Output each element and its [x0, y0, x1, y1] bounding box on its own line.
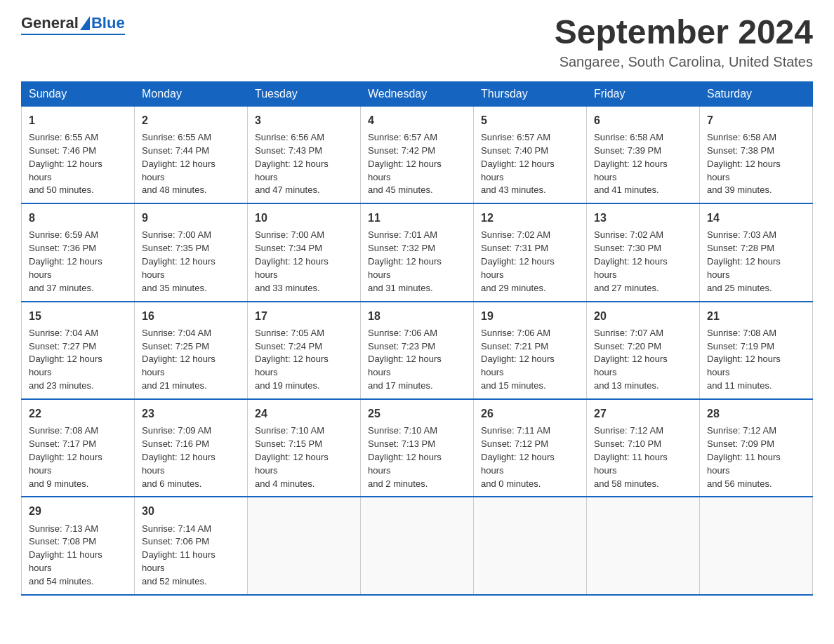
daylight-text: Daylight: 12 hours hours	[368, 452, 442, 476]
table-row: 28 Sunrise: 7:12 AM Sunset: 7:09 PM Dayl…	[700, 399, 813, 497]
day-number: 29	[29, 503, 127, 519]
calendar-table: Sunday Monday Tuesday Wednesday Thursday…	[21, 81, 813, 596]
daylight-minutes-text: and 17 minutes.	[368, 380, 433, 391]
daylight-minutes-text: and 23 minutes.	[29, 380, 94, 391]
sunrise-text: Sunrise: 7:10 AM	[368, 425, 437, 436]
daylight-text: Daylight: 11 hours hours	[707, 452, 781, 476]
sunrise-text: Sunrise: 7:13 AM	[29, 523, 98, 534]
table-row: 6 Sunrise: 6:58 AM Sunset: 7:39 PM Dayli…	[587, 106, 700, 203]
daylight-text: Daylight: 12 hours hours	[255, 452, 329, 476]
daylight-text: Daylight: 12 hours hours	[29, 159, 102, 182]
daylight-minutes-text: and 0 minutes.	[481, 478, 541, 489]
sunrise-text: Sunrise: 6:58 AM	[594, 132, 663, 142]
sunset-text: Sunset: 7:42 PM	[368, 145, 435, 156]
day-number: 10	[255, 210, 353, 226]
day-number: 19	[481, 308, 579, 324]
sunset-text: Sunset: 7:35 PM	[142, 243, 209, 253]
sunrise-text: Sunrise: 7:02 AM	[481, 229, 550, 240]
sunrise-text: Sunrise: 7:06 AM	[481, 328, 550, 338]
daylight-minutes-text: and 54 minutes.	[29, 576, 94, 586]
table-row: 25 Sunrise: 7:10 AM Sunset: 7:13 PM Dayl…	[361, 399, 474, 497]
sunset-text: Sunset: 7:08 PM	[29, 536, 96, 546]
col-tuesday: Tuesday	[248, 81, 361, 106]
sunset-text: Sunset: 7:44 PM	[142, 145, 209, 156]
table-row: 15 Sunrise: 7:04 AM Sunset: 7:27 PM Dayl…	[22, 302, 135, 399]
table-row: 12 Sunrise: 7:02 AM Sunset: 7:31 PM Dayl…	[474, 203, 587, 301]
day-number: 4	[368, 112, 466, 128]
table-row	[700, 497, 813, 594]
table-row: 13 Sunrise: 7:02 AM Sunset: 7:30 PM Dayl…	[587, 203, 700, 301]
calendar-header-row: Sunday Monday Tuesday Wednesday Thursday…	[22, 81, 813, 106]
day-number: 20	[594, 308, 692, 324]
daylight-text: Daylight: 12 hours hours	[255, 354, 329, 377]
day-number: 28	[707, 405, 805, 422]
daylight-minutes-text: and 2 minutes.	[368, 478, 428, 489]
col-monday: Monday	[135, 81, 248, 106]
col-saturday: Saturday	[700, 81, 813, 106]
sunset-text: Sunset: 7:43 PM	[255, 145, 322, 156]
daylight-text: Daylight: 11 hours hours	[594, 452, 668, 476]
logo-underline	[21, 34, 125, 35]
col-wednesday: Wednesday	[361, 81, 474, 106]
day-number: 27	[594, 405, 692, 422]
daylight-text: Daylight: 12 hours hours	[142, 256, 216, 280]
daylight-minutes-text: and 56 minutes.	[707, 478, 772, 489]
calendar-week-row: 29 Sunrise: 7:13 AM Sunset: 7:08 PM Dayl…	[22, 497, 813, 594]
table-row: 7 Sunrise: 6:58 AM Sunset: 7:38 PM Dayli…	[700, 106, 813, 203]
sunset-text: Sunset: 7:15 PM	[255, 438, 322, 449]
sunset-text: Sunset: 7:20 PM	[594, 341, 661, 351]
logo-blue-text: Blue	[91, 14, 125, 32]
table-row: 26 Sunrise: 7:11 AM Sunset: 7:12 PM Dayl…	[474, 399, 587, 497]
sunrise-text: Sunrise: 7:09 AM	[142, 425, 211, 436]
daylight-text: Daylight: 12 hours hours	[368, 159, 442, 182]
month-title: September 2024	[555, 14, 813, 51]
daylight-text: Daylight: 12 hours hours	[707, 354, 781, 377]
day-number: 13	[594, 210, 692, 226]
daylight-text: Daylight: 12 hours hours	[594, 159, 668, 182]
table-row: 30 Sunrise: 7:14 AM Sunset: 7:06 PM Dayl…	[135, 497, 248, 594]
day-number: 12	[481, 210, 579, 226]
daylight-text: Daylight: 12 hours hours	[481, 159, 555, 182]
daylight-minutes-text: and 9 minutes.	[29, 478, 88, 489]
table-row: 21 Sunrise: 7:08 AM Sunset: 7:19 PM Dayl…	[700, 302, 813, 399]
daylight-minutes-text: and 4 minutes.	[255, 478, 315, 489]
sunrise-text: Sunrise: 7:11 AM	[481, 425, 550, 436]
day-number: 5	[481, 112, 579, 128]
sunset-text: Sunset: 7:19 PM	[707, 341, 774, 351]
table-row: 20 Sunrise: 7:07 AM Sunset: 7:20 PM Dayl…	[587, 302, 700, 399]
daylight-text: Daylight: 12 hours hours	[29, 452, 102, 476]
daylight-minutes-text: and 27 minutes.	[594, 283, 659, 293]
daylight-text: Daylight: 11 hours hours	[142, 549, 216, 573]
sunset-text: Sunset: 7:25 PM	[142, 341, 209, 351]
daylight-minutes-text: and 50 minutes.	[29, 185, 94, 195]
sunrise-text: Sunrise: 7:08 AM	[29, 425, 98, 436]
sunset-text: Sunset: 7:28 PM	[707, 243, 774, 253]
day-number: 7	[707, 112, 805, 128]
daylight-minutes-text: and 29 minutes.	[481, 283, 546, 293]
table-row: 14 Sunrise: 7:03 AM Sunset: 7:28 PM Dayl…	[700, 203, 813, 301]
calendar-week-row: 15 Sunrise: 7:04 AM Sunset: 7:27 PM Dayl…	[22, 302, 813, 399]
daylight-text: Daylight: 12 hours hours	[481, 256, 555, 280]
sunrise-text: Sunrise: 7:06 AM	[368, 328, 437, 338]
sunrise-text: Sunrise: 7:08 AM	[707, 328, 776, 338]
sunrise-text: Sunrise: 7:12 AM	[707, 425, 776, 436]
sunset-text: Sunset: 7:31 PM	[481, 243, 548, 253]
table-row: 29 Sunrise: 7:13 AM Sunset: 7:08 PM Dayl…	[22, 497, 135, 594]
daylight-text: Daylight: 12 hours hours	[368, 354, 442, 377]
sunrise-text: Sunrise: 7:05 AM	[255, 328, 324, 338]
daylight-text: Daylight: 12 hours hours	[142, 159, 216, 182]
daylight-minutes-text: and 6 minutes.	[142, 478, 201, 489]
day-number: 21	[707, 308, 805, 324]
daylight-text: Daylight: 12 hours hours	[142, 354, 216, 377]
sunset-text: Sunset: 7:09 PM	[707, 438, 774, 449]
sunset-text: Sunset: 7:06 PM	[142, 536, 209, 546]
daylight-text: Daylight: 12 hours hours	[707, 256, 781, 280]
sunrise-text: Sunrise: 6:55 AM	[29, 132, 98, 142]
daylight-text: Daylight: 12 hours hours	[707, 159, 781, 182]
day-number: 2	[142, 112, 240, 128]
table-row: 22 Sunrise: 7:08 AM Sunset: 7:17 PM Dayl…	[22, 399, 135, 497]
day-number: 30	[142, 503, 240, 519]
day-number: 26	[481, 405, 579, 422]
location-title: Sangaree, South Carolina, United States	[555, 54, 813, 70]
table-row: 11 Sunrise: 7:01 AM Sunset: 7:32 PM Dayl…	[361, 203, 474, 301]
